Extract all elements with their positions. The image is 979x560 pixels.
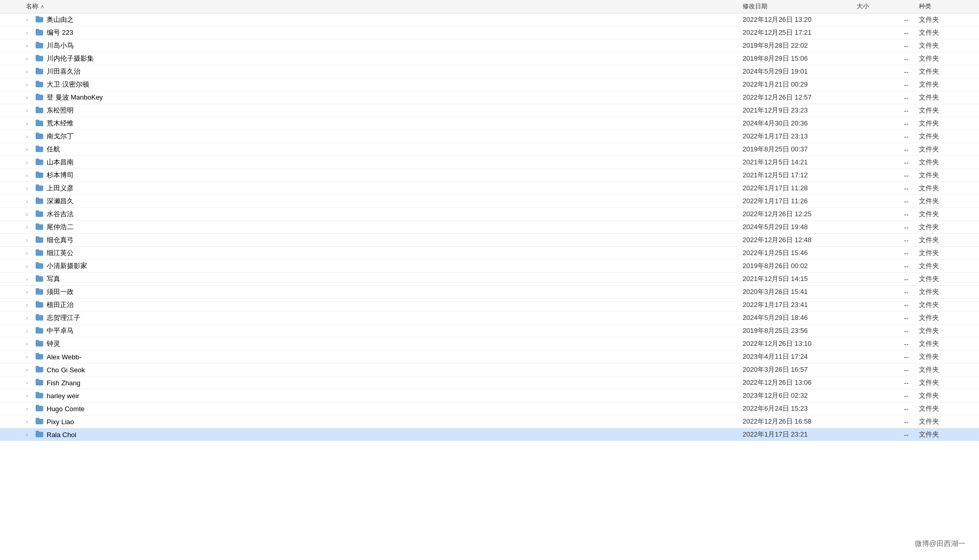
file-name-cell: › Cho Gi Seok <box>26 366 743 374</box>
file-date: 2021年12月9日 23:23 <box>743 106 857 115</box>
chevron-icon: › <box>26 380 32 386</box>
file-kind: 文件夹 <box>919 352 971 361</box>
table-row[interactable]: › 深濑昌久 2022年1月17日 11:26 -- 文件夹 <box>0 195 979 208</box>
folder-icon <box>35 145 44 154</box>
table-row[interactable]: › 细江英公 2022年1月25日 15:46 -- 文件夹 <box>0 247 979 260</box>
file-name-cell: › 登 曼波 ManboKey <box>26 93 743 102</box>
file-name-cell: › 志贺理江子 <box>26 313 743 323</box>
file-size: -- <box>857 262 919 270</box>
table-row[interactable]: › 细仓真弓 2022年12月26日 12:48 -- 文件夹 <box>0 234 979 247</box>
table-row[interactable]: › Hugo Comte 2022年6月24日 15:23 -- 文件夹 <box>0 402 979 415</box>
file-name: 任航 <box>47 145 60 154</box>
table-row[interactable]: › 编号 223 2022年12月25日 17:21 -- 文件夹 <box>0 26 979 39</box>
table-row[interactable]: › 大卫·汉密尔顿 2022年1月21日 00:29 -- 文件夹 <box>0 78 979 91</box>
table-row[interactable]: › 川内伦子摄影集 2019年8月29日 15:06 -- 文件夹 <box>0 52 979 65</box>
table-row[interactable]: › 南戈尔丁 2022年1月17日 23:13 -- 文件夹 <box>0 130 979 143</box>
file-size: -- <box>857 198 919 205</box>
folder-icon <box>35 67 44 76</box>
table-row[interactable]: › 奥山由之 2022年12月26日 13:20 -- 文件夹 <box>0 13 979 26</box>
file-kind: 文件夹 <box>919 80 971 89</box>
table-row[interactable]: › 川岛小鸟 2019年8月28日 22:02 -- 文件夹 <box>0 39 979 52</box>
table-row[interactable]: › 东松照明 2021年12月9日 23:23 -- 文件夹 <box>0 104 979 117</box>
kind-header[interactable]: 种类 <box>919 2 971 11</box>
file-name-cell: › 须田一政 <box>26 287 743 297</box>
chevron-icon: › <box>26 146 32 152</box>
file-name: 写真 <box>47 274 60 284</box>
chevron-icon: › <box>26 81 32 88</box>
table-row[interactable]: › harley weir 2023年12月6日 02:32 -- 文件夹 <box>0 389 979 402</box>
file-kind: 文件夹 <box>919 67 971 76</box>
table-row[interactable]: › 小清新摄影家 2019年8月26日 00:02 -- 文件夹 <box>0 260 979 273</box>
folder-icon <box>35 327 44 335</box>
file-date: 2023年12月6日 02:32 <box>743 391 857 400</box>
table-row[interactable]: › Cho Gi Seok 2020年3月26日 16:57 -- 文件夹 <box>0 363 979 376</box>
table-row[interactable]: › 上田义彦 2022年1月17日 11:28 -- 文件夹 <box>0 182 979 195</box>
table-row[interactable]: › 尾仲浩二 2024年5月29日 19:48 -- 文件夹 <box>0 221 979 234</box>
file-kind: 文件夹 <box>919 300 971 310</box>
file-name-cell: › 深濑昌久 <box>26 197 743 206</box>
file-date: 2020年3月26日 15:41 <box>743 287 857 297</box>
chevron-icon: › <box>26 94 32 101</box>
folder-icon <box>35 132 44 141</box>
chevron-icon: › <box>26 17 32 23</box>
file-name-cell: › 写真 <box>26 274 743 284</box>
chevron-icon: › <box>26 341 32 347</box>
table-row[interactable]: › 钟灵 2022年12月26日 13:10 -- 文件夹 <box>0 338 979 351</box>
chevron-icon: › <box>26 263 32 269</box>
file-name: 须田一政 <box>47 287 74 297</box>
folder-icon <box>35 41 44 50</box>
file-kind: 文件夹 <box>919 132 971 141</box>
folder-icon <box>35 366 44 374</box>
folder-icon <box>35 314 44 323</box>
file-name-cell: › Alex Webb- <box>26 353 743 361</box>
table-row[interactable]: › 须田一政 2020年3月26日 15:41 -- 文件夹 <box>0 286 979 299</box>
table-row[interactable]: › Alex Webb- 2023年4月11日 17:24 -- 文件夹 <box>0 351 979 363</box>
table-row[interactable]: › 杉本博司 2021年12月5日 17:12 -- 文件夹 <box>0 169 979 182</box>
file-name: 钟灵 <box>47 339 60 348</box>
chevron-icon: › <box>26 250 32 256</box>
folder-icon <box>35 184 44 193</box>
folder-icon <box>35 210 44 219</box>
table-row[interactable]: › 植田正治 2022年1月17日 23:41 -- 文件夹 <box>0 299 979 312</box>
size-header[interactable]: 大小 <box>857 2 919 11</box>
table-row[interactable]: › 山本昌南 2021年12月5日 14:21 -- 文件夹 <box>0 156 979 169</box>
file-size: -- <box>857 431 919 439</box>
file-kind: 文件夹 <box>919 326 971 335</box>
table-row[interactable]: › Pixy Liao 2022年12月26日 16:58 -- 文件夹 <box>0 415 979 428</box>
file-date: 2024年5月29日 19:01 <box>743 67 857 76</box>
table-row[interactable]: › 任航 2019年8月25日 00:37 -- 文件夹 <box>0 143 979 156</box>
file-size: -- <box>857 107 919 115</box>
table-row[interactable]: › 志贺理江子 2024年5月29日 18:46 -- 文件夹 <box>0 312 979 325</box>
file-kind: 文件夹 <box>919 28 971 37</box>
table-row[interactable]: › Fish Zhang 2022年12月26日 13:06 -- 文件夹 <box>0 376 979 389</box>
table-row[interactable]: › 荒木经惟 2024年4月30日 20:36 -- 文件夹 <box>0 117 979 130</box>
file-kind: 文件夹 <box>919 404 971 413</box>
file-size: -- <box>857 55 919 63</box>
file-name-cell: › 细江英公 <box>26 248 743 258</box>
table-row[interactable]: › 登 曼波 ManboKey 2022年12月26日 12:57 -- 文件夹 <box>0 91 979 104</box>
file-size: -- <box>857 42 919 50</box>
chevron-icon: › <box>26 68 32 75</box>
table-row[interactable]: › Rala Choi 2022年1月17日 23:21 -- 文件夹 <box>0 428 979 441</box>
file-date: 2019年8月28日 22:02 <box>743 41 857 50</box>
file-name-cell: › 钟灵 <box>26 339 743 348</box>
name-header[interactable]: 名称 ∧ <box>26 2 743 11</box>
file-size: -- <box>857 236 919 244</box>
file-kind: 文件夹 <box>919 417 971 426</box>
folder-icon <box>35 391 44 400</box>
file-size: -- <box>857 94 919 102</box>
date-header[interactable]: 修改日期 <box>743 2 857 11</box>
file-name: 山本昌南 <box>47 158 74 167</box>
table-row[interactable]: › 川田喜久治 2024年5月29日 19:01 -- 文件夹 <box>0 65 979 78</box>
file-date: 2019年8月25日 23:56 <box>743 326 857 335</box>
file-name: 植田正治 <box>47 300 74 310</box>
table-row[interactable]: › 中平卓马 2019年8月25日 23:56 -- 文件夹 <box>0 325 979 338</box>
folder-icon <box>35 16 44 24</box>
file-kind: 文件夹 <box>919 184 971 193</box>
chevron-icon: › <box>26 418 32 425</box>
file-name: 深濑昌久 <box>47 197 74 206</box>
file-kind: 文件夹 <box>919 378 971 387</box>
file-name-cell: › 上田义彦 <box>26 184 743 193</box>
table-row[interactable]: › 写真 2021年12月5日 14:15 -- 文件夹 <box>0 273 979 286</box>
table-row[interactable]: › 水谷吉法 2022年12月26日 12:25 -- 文件夹 <box>0 208 979 221</box>
